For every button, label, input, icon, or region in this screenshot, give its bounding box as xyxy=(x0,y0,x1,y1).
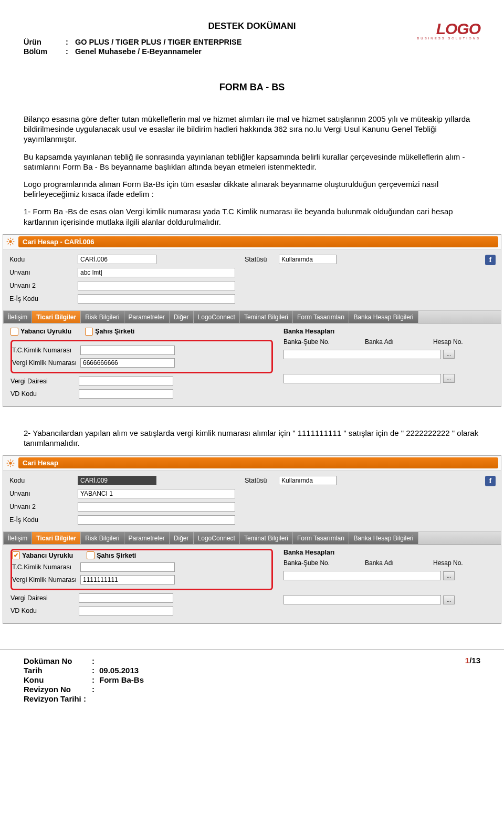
highlight-box: Yabancı Uyruklu Şahıs Şirketi T.C.Kimlik… xyxy=(10,549,273,590)
tab-risk-bilgileri[interactable]: Risk Bilgileri xyxy=(81,311,124,323)
info-icon[interactable]: f xyxy=(485,476,496,486)
tab-ticari-bilgiler[interactable]: Ticari Bilgiler xyxy=(32,532,81,544)
vd-label: Vergi Dairesi xyxy=(10,594,79,602)
bank-input[interactable] xyxy=(284,595,441,604)
sahis-label: Şahıs Şirketi xyxy=(97,552,136,559)
tab-risk-bilgileri[interactable]: Risk Bilgileri xyxy=(81,532,124,544)
eis-input[interactable] xyxy=(78,515,235,525)
bank-section-title: Banka Hesapları xyxy=(280,327,494,337)
urun-value: GO PLUS / TIGER PLUS / TIGER ENTERPRISE xyxy=(75,38,242,46)
unvani2-input[interactable] xyxy=(78,281,235,290)
gear-icon xyxy=(6,459,15,467)
bolum-label: Bölüm xyxy=(24,47,66,56)
svg-line-15 xyxy=(12,465,13,466)
window-cari-hesap-1: Cari Hesap - CARİ.006 f Kodu CARİ.006 St… xyxy=(3,234,501,407)
revtar-label: Revizyon Tarihi : xyxy=(24,694,86,703)
unvani-input[interactable]: YABANCI 1 xyxy=(78,489,235,498)
lookup-button[interactable]: ... xyxy=(443,374,455,383)
konu-value: Form Ba-Bs xyxy=(99,675,144,684)
tab-diger[interactable]: Diğer xyxy=(170,532,194,544)
unvani-label: Unvanı xyxy=(9,269,78,276)
eis-input[interactable] xyxy=(78,294,235,304)
tab-logoconnect[interactable]: LogoConnect xyxy=(194,311,240,323)
vd-input[interactable] xyxy=(79,377,173,386)
gear-icon xyxy=(6,237,15,246)
lookup-button[interactable]: ... xyxy=(443,350,455,359)
revno-label: Revizyon No xyxy=(24,685,92,694)
svg-point-0 xyxy=(9,241,12,243)
bank-input[interactable] xyxy=(284,374,441,383)
status-select[interactable]: Kullanımda xyxy=(279,476,337,485)
svg-line-6 xyxy=(12,244,13,245)
bank-section-title: Banka Hesapları xyxy=(280,548,494,558)
tab-iletisim[interactable]: İletişim xyxy=(3,532,32,544)
kodu-input[interactable]: CARİ.009 xyxy=(78,476,156,485)
sahis-label: Şahıs Şirketi xyxy=(95,328,134,335)
urun-label: Ürün xyxy=(24,38,66,46)
tab-teminat[interactable]: Teminat Bilgileri xyxy=(240,311,293,323)
vd-input[interactable] xyxy=(79,593,173,603)
status-select[interactable]: Kullanımda xyxy=(279,255,337,264)
tc-input[interactable] xyxy=(80,562,175,572)
highlight-box: T.C.Kimlik Numarası Vergi Kimlik Numaras… xyxy=(10,340,273,373)
vkn-input[interactable]: 6666666666 xyxy=(80,358,175,368)
tab-logoconnect[interactable]: LogoConnect xyxy=(194,532,240,544)
sahis-checkbox[interactable] xyxy=(87,551,94,559)
kodu-input[interactable]: CARİ.006 xyxy=(78,255,156,264)
info-icon[interactable]: f xyxy=(485,255,496,265)
vkn-input[interactable]: 1111111111 xyxy=(80,575,175,584)
bank-input[interactable] xyxy=(284,350,441,359)
dokno-label: Doküman No xyxy=(24,656,92,665)
unvani-input[interactable]: abc lmt| xyxy=(78,268,235,277)
window-cari-hesap-2: Cari Hesap f Kodu CARİ.009 Statüsü Kulla… xyxy=(3,455,501,624)
sahis-checkbox[interactable] xyxy=(85,328,93,336)
colon: : xyxy=(66,38,75,46)
tab-teminat[interactable]: Teminat Bilgileri xyxy=(240,532,293,544)
svg-point-9 xyxy=(9,462,12,464)
bank-col-hesap: Hesap No. xyxy=(433,559,483,567)
window-title: Cari Hesap - CARİ.006 xyxy=(18,236,498,247)
tab-form-tasarimlari[interactable]: Form Tasarımları xyxy=(293,532,349,544)
status-label: Statüsü xyxy=(245,477,279,484)
bolum-value: Genel Muhasebe / E-Beyannameler xyxy=(75,47,202,56)
lookup-button[interactable]: ... xyxy=(443,571,455,580)
logo-subtitle: BUSINESS SOLUTIONS xyxy=(417,37,480,40)
vdkodu-label: VD Kodu xyxy=(10,607,79,614)
unvani2-label: Unvanı 2 xyxy=(9,503,78,510)
lookup-button[interactable]: ... xyxy=(443,596,455,604)
vdkodu-input[interactable] xyxy=(79,606,173,615)
svg-line-7 xyxy=(8,244,9,245)
konu-label: Konu xyxy=(24,675,92,684)
unvani2-input[interactable] xyxy=(78,502,235,511)
bank-col-sube: Banka-Şube No. xyxy=(284,338,365,346)
page-number: 1/13 xyxy=(465,656,480,665)
kodu-label: Kodu xyxy=(9,256,78,263)
eis-label: E-İş Kodu xyxy=(9,295,78,302)
paragraph: 1- Form Ba -Bs de esas olan Vergi kimlik… xyxy=(24,206,480,226)
bank-col-ad: Banka Adı xyxy=(365,338,433,346)
tab-diger[interactable]: Diğer xyxy=(170,311,194,323)
tab-parametreler[interactable]: Parametreler xyxy=(124,311,170,323)
paragraph: Bilanço esasına göre defter tutan mükell… xyxy=(24,114,480,144)
paragraph: 2- Yabancılardan yapılan alım ve satışla… xyxy=(24,428,480,448)
tab-parametreler[interactable]: Parametreler xyxy=(124,532,170,544)
tabs-bar: İletişim Ticari Bilgiler Risk Bilgileri … xyxy=(3,531,501,545)
tab-banka-hesap[interactable]: Banka Hesap Bilgileri xyxy=(349,532,418,544)
paragraph: Logo programlarında alınan Form Ba-Bs iç… xyxy=(24,179,480,199)
vdkodu-input[interactable] xyxy=(79,389,173,399)
tab-iletisim[interactable]: İletişim xyxy=(3,311,32,323)
bank-input[interactable] xyxy=(284,571,441,580)
tarih-label: Tarih xyxy=(24,666,92,675)
tc-input[interactable] xyxy=(80,346,175,355)
paragraph: Bu kapsamda yayınlanan tebliğ ile sonras… xyxy=(24,152,480,172)
svg-line-17 xyxy=(12,460,13,461)
yabanci-label: Yabancı Uyruklu xyxy=(20,328,71,335)
yabanci-checkbox[interactable] xyxy=(10,328,18,336)
doc-title: DESTEK DOKÜMANI xyxy=(24,21,480,32)
tab-form-tasarimlari[interactable]: Form Tasarımları xyxy=(293,311,349,323)
tab-ticari-bilgiler[interactable]: Ticari Bilgiler xyxy=(32,311,81,323)
unvani2-label: Unvanı 2 xyxy=(9,282,78,289)
yabanci-checkbox[interactable] xyxy=(12,551,20,559)
tab-banka-hesap[interactable]: Banka Hesap Bilgileri xyxy=(349,311,418,323)
svg-line-14 xyxy=(8,460,9,461)
